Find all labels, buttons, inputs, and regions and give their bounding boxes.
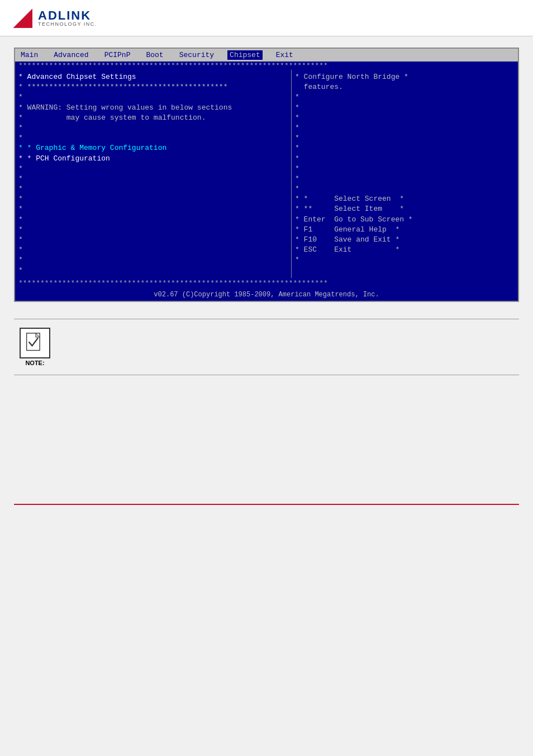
note-section: NOTE: [14, 319, 519, 375]
bios-help-blank7: * [295, 154, 515, 164]
bios-help-blank9: * [295, 174, 515, 184]
bios-help-blank8: * [295, 164, 515, 174]
logo-adlink-text: ADLINK [38, 10, 97, 22]
bios-screen: Main Advanced PCIPnP Boot Security Chips… [14, 48, 519, 302]
bios-key-f10: * F10 Save and Exit * [295, 235, 515, 245]
bios-warning1: * [18, 92, 288, 102]
menu-item-boot[interactable]: Boot [144, 50, 165, 60]
bios-footer-stars: ****************************************… [15, 278, 518, 289]
bios-help-blank6: * [295, 143, 515, 153]
bios-help-line2: features. [295, 82, 515, 92]
bios-blank1: * [18, 123, 288, 133]
menu-item-security[interactable]: Security [177, 50, 216, 60]
bios-key-esc: * ESC Exit * [295, 245, 515, 255]
bios-warning3: * may cause system to malfunction. [18, 113, 288, 123]
bios-title: * Advanced Chipset Settings [18, 72, 288, 82]
bios-item-pch[interactable]: * * PCH Configuration [18, 154, 288, 164]
bios-blank2: * [18, 133, 288, 143]
logo-sub-text: TECHNOLOGY INC. [38, 22, 97, 27]
bios-blank3: * [18, 164, 288, 174]
menu-item-main[interactable]: Main [18, 50, 40, 60]
bios-key-f1: * F1 General Help * [295, 225, 515, 235]
bios-blank9: * [18, 225, 288, 235]
checkmark-document-icon [25, 332, 46, 353]
bios-help-blank5: * [295, 133, 515, 143]
bios-help-blank10: * [295, 184, 515, 194]
page-footer [14, 504, 519, 508]
bios-blank5: * [18, 184, 288, 194]
bios-key-select-item: * ** Select Item * [295, 204, 515, 214]
bios-item-graphic[interactable]: * * Graphic & Memory Configuration [18, 143, 288, 153]
menu-item-exit[interactable]: Exit [274, 50, 296, 60]
menu-item-advanced[interactable]: Advanced [51, 50, 91, 60]
logo-icon [11, 7, 34, 29]
menu-item-pcipnp[interactable]: PCIPnP [102, 50, 133, 60]
bios-blank7: * [18, 204, 288, 214]
page-header: ADLINK TECHNOLOGY INC. [0, 0, 533, 36]
bios-help-blank2: * [295, 103, 515, 113]
bios-blank11: * [18, 245, 288, 255]
bios-blank12: * [18, 255, 288, 265]
note-label: NOTE: [25, 360, 44, 366]
bios-blank6: * [18, 194, 288, 204]
logo-text: ADLINK TECHNOLOGY INC. [38, 10, 97, 27]
main-content: Main Advanced PCIPnP Boot Security Chips… [0, 36, 533, 519]
note-icon [20, 328, 50, 358]
bios-top-stars: ****************************************… [18, 62, 515, 70]
bios-help-blank3: * [295, 113, 515, 123]
bios-blank13: * [18, 266, 288, 276]
bios-right-panel: * Configure North Bridge * features. * *… [292, 70, 518, 278]
bios-blank8: * [18, 215, 288, 225]
bios-blank10: * [18, 235, 288, 245]
bios-left-panel: * Advanced Chipset Settings * **********… [15, 70, 292, 278]
bios-copyright: v02.67 (C)Copyright 1985-2009, American … [15, 289, 518, 301]
bios-help-line1: * Configure North Bridge * [295, 72, 515, 82]
bios-warning2: * WARNING: Setting wrong values in below… [18, 103, 288, 113]
menu-item-chipset[interactable]: Chipset [227, 50, 263, 60]
bios-body: * Advanced Chipset Settings * **********… [15, 70, 518, 278]
bios-help-blank11: * [295, 255, 515, 265]
bios-menu-bar: Main Advanced PCIPnP Boot Security Chips… [15, 49, 518, 62]
bios-help-blank4: * [295, 123, 515, 133]
bios-blank4: * [18, 174, 288, 184]
bios-key-enter: * Enter Go to Sub Screen * [295, 215, 515, 225]
bios-help-blank1: * [295, 92, 515, 102]
logo-area: ADLINK TECHNOLOGY INC. [11, 7, 522, 29]
bios-key-select-screen: * * Select Screen * [295, 194, 515, 204]
bios-stars-row: * **************************************… [18, 82, 288, 92]
